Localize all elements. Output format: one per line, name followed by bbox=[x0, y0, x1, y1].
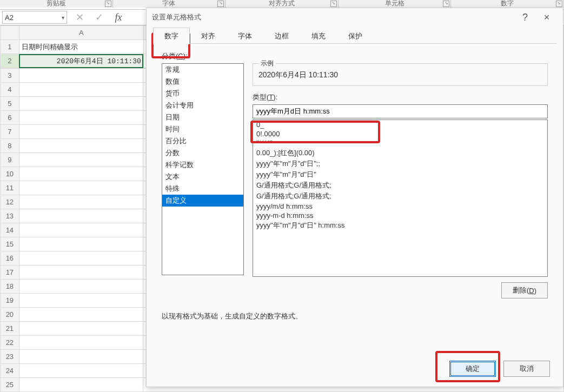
format-item[interactable]: G/通用格式;G/通用格式; bbox=[253, 180, 547, 191]
format-listbox[interactable]: 0_0!.0000"****"0.00_);[红色](0.00)yyyy"年"m… bbox=[253, 119, 548, 277]
format-item[interactable]: 0_ bbox=[253, 120, 547, 129]
dialog-launcher-icon[interactable]: ↘ bbox=[105, 1, 111, 7]
row-header-13[interactable]: 13 bbox=[1, 209, 19, 223]
format-item[interactable]: yyyy"年"m"月"d"日" bbox=[253, 169, 547, 180]
row-header-14[interactable]: 14 bbox=[1, 223, 19, 237]
cell-A24[interactable] bbox=[19, 364, 143, 378]
select-all-corner[interactable] bbox=[1, 26, 19, 40]
delete-button[interactable]: 删除(D) bbox=[501, 282, 548, 298]
cell-A5[interactable] bbox=[19, 97, 143, 111]
ok-button[interactable]: 确定 bbox=[449, 361, 496, 377]
cell-A2[interactable]: 2020年6月4日 10:11:30 bbox=[19, 54, 143, 68]
tab-font[interactable]: 字体 bbox=[227, 28, 263, 44]
category-item[interactable]: 特殊 bbox=[162, 183, 243, 195]
row-header-1[interactable]: 1 bbox=[1, 40, 19, 54]
tab-border[interactable]: 边框 bbox=[263, 28, 300, 44]
cell-A22[interactable] bbox=[19, 336, 143, 350]
category-item[interactable]: 自定义 bbox=[162, 195, 243, 207]
format-item[interactable]: yyyy-m-d h:mm:ss bbox=[253, 211, 547, 220]
format-item[interactable]: 0!.0000 bbox=[253, 129, 547, 138]
category-item[interactable]: 科学记数 bbox=[162, 159, 243, 171]
row-header-3[interactable]: 3 bbox=[1, 69, 19, 83]
row-header-24[interactable]: 24 bbox=[1, 364, 19, 378]
category-item[interactable]: 文本 bbox=[162, 171, 243, 183]
row-header-11[interactable]: 11 bbox=[1, 181, 19, 195]
format-item[interactable]: yyyy"年"m"月"d"日";; bbox=[253, 158, 547, 169]
row-header-16[interactable]: 16 bbox=[1, 251, 19, 265]
format-item[interactable]: "****" bbox=[253, 138, 547, 148]
row-header-10[interactable]: 10 bbox=[1, 167, 19, 181]
row-header-7[interactable]: 7 bbox=[1, 125, 19, 139]
cell-A6[interactable] bbox=[19, 111, 143, 125]
row-header-18[interactable]: 18 bbox=[1, 280, 19, 294]
cell-A9[interactable] bbox=[19, 153, 143, 167]
cell-A12[interactable] bbox=[19, 195, 143, 209]
column-header-A[interactable]: A bbox=[19, 26, 143, 40]
chevron-down-icon[interactable]: ▾ bbox=[62, 15, 64, 21]
row-header-21[interactable]: 21 bbox=[1, 322, 19, 336]
dialog-titlebar[interactable]: 设置单元格格式 ? × bbox=[147, 8, 563, 26]
row-header-9[interactable]: 9 bbox=[1, 153, 19, 167]
cell-A16[interactable] bbox=[19, 251, 143, 265]
tab-fill[interactable]: 填充 bbox=[300, 28, 337, 44]
cell-A17[interactable] bbox=[19, 265, 143, 280]
format-item[interactable]: yyyy/m/d h:mm:ss bbox=[253, 202, 547, 211]
row-header-15[interactable]: 15 bbox=[1, 237, 19, 251]
row-header-6[interactable]: 6 bbox=[1, 111, 19, 125]
format-cells-dialog: 设置单元格格式 ? × 数字 对齐 字体 边框 填充 保护 分类(C): 常规数… bbox=[146, 8, 563, 387]
category-item[interactable]: 会计专用 bbox=[162, 99, 243, 111]
row-header-25[interactable]: 25 bbox=[1, 378, 19, 392]
category-item[interactable]: 数值 bbox=[162, 76, 243, 88]
category-item[interactable]: 时间 bbox=[162, 123, 243, 135]
cell-A20[interactable] bbox=[19, 308, 143, 322]
row-header-23[interactable]: 23 bbox=[1, 350, 19, 364]
row-header-5[interactable]: 5 bbox=[1, 97, 19, 111]
cell-A21[interactable] bbox=[19, 322, 143, 336]
cell-A3[interactable] bbox=[19, 69, 143, 83]
cell-A14[interactable] bbox=[19, 223, 143, 237]
dialog-launcher-icon[interactable]: ↘ bbox=[556, 1, 562, 7]
dialog-launcher-icon[interactable]: ↘ bbox=[217, 1, 224, 7]
category-listbox[interactable]: 常规数值货币会计专用日期时间百分比分数科学记数文本特殊自定义 bbox=[162, 63, 244, 275]
cancel-button[interactable]: 取消 bbox=[503, 361, 550, 377]
format-item[interactable]: G/通用格式;G/通用格式; bbox=[253, 191, 547, 202]
format-type-input[interactable] bbox=[253, 104, 548, 118]
row-header-8[interactable]: 8 bbox=[1, 139, 19, 153]
cell-A8[interactable] bbox=[19, 139, 143, 153]
category-item[interactable]: 日期 bbox=[162, 111, 243, 123]
row-header-4[interactable]: 4 bbox=[1, 83, 19, 97]
format-item[interactable]: 0.00_);[红色](0.00) bbox=[253, 148, 547, 158]
cell-A4[interactable] bbox=[19, 83, 143, 97]
row-header-17[interactable]: 17 bbox=[1, 265, 19, 280]
cell-A19[interactable] bbox=[19, 294, 143, 308]
cell-A10[interactable] bbox=[19, 167, 143, 181]
dialog-launcher-icon[interactable]: ↘ bbox=[443, 1, 449, 7]
tab-protection[interactable]: 保护 bbox=[337, 28, 374, 44]
category-item[interactable]: 分数 bbox=[162, 147, 243, 159]
cell-A13[interactable] bbox=[19, 209, 143, 223]
category-item[interactable]: 百分比 bbox=[162, 135, 243, 147]
cell-A11[interactable] bbox=[19, 181, 143, 195]
cell-A23[interactable] bbox=[19, 350, 143, 364]
ribbon-group-label: 剪贴板 bbox=[47, 0, 66, 7]
cell-A15[interactable] bbox=[19, 237, 143, 251]
category-item[interactable]: 货币 bbox=[162, 88, 243, 99]
insert-function-icon[interactable]: fx bbox=[111, 11, 125, 23]
format-item[interactable]: yyyy"年"m"月"d"日" h:mm:ss bbox=[253, 220, 547, 231]
cell-A1[interactable]: 日期时间精确显示 bbox=[19, 40, 143, 54]
row-header-2[interactable]: 2 bbox=[1, 54, 19, 68]
row-header-22[interactable]: 22 bbox=[1, 336, 19, 350]
help-button[interactable]: ? bbox=[514, 8, 536, 26]
close-button[interactable]: × bbox=[536, 8, 558, 26]
cell-A18[interactable] bbox=[19, 280, 143, 294]
tab-alignment[interactable]: 对齐 bbox=[190, 28, 227, 44]
tab-number[interactable]: 数字 bbox=[153, 28, 190, 44]
row-header-19[interactable]: 19 bbox=[1, 294, 19, 308]
name-box[interactable]: A2 ▾ bbox=[2, 11, 67, 24]
dialog-launcher-icon[interactable]: ↘ bbox=[330, 1, 337, 7]
cell-A25[interactable] bbox=[19, 378, 143, 392]
cell-A7[interactable] bbox=[19, 125, 143, 139]
row-header-20[interactable]: 20 bbox=[1, 308, 19, 322]
category-item[interactable]: 常规 bbox=[162, 64, 243, 76]
row-header-12[interactable]: 12 bbox=[1, 195, 19, 209]
